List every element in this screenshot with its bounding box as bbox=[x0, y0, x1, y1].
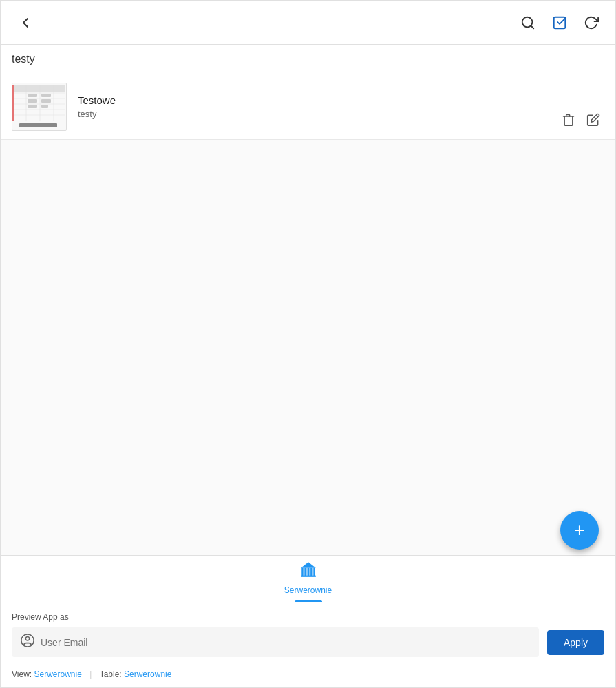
empty-area bbox=[1, 140, 615, 555]
svg-rect-17 bbox=[28, 99, 37, 103]
refresh-icon bbox=[584, 15, 599, 30]
svg-rect-4 bbox=[14, 85, 65, 92]
delete-button[interactable] bbox=[557, 109, 580, 131]
refresh-button[interactable] bbox=[578, 10, 604, 36]
svg-rect-26 bbox=[309, 567, 310, 575]
item-subtitle: testy bbox=[78, 109, 604, 119]
item-actions bbox=[557, 109, 604, 131]
header bbox=[1, 1, 615, 45]
svg-rect-23 bbox=[301, 575, 316, 576]
item-thumbnail bbox=[12, 83, 67, 131]
item-info: Testowe testy bbox=[78, 94, 604, 119]
preview-input-wrapper bbox=[12, 627, 539, 657]
edit-icon bbox=[586, 113, 600, 127]
page-title: testy bbox=[12, 53, 604, 65]
nav-item-serwerownie[interactable]: Serwerownie bbox=[268, 555, 348, 601]
svg-rect-2 bbox=[554, 17, 566, 28]
svg-rect-14 bbox=[19, 123, 57, 127]
fab-add-button[interactable]: + bbox=[560, 511, 599, 550]
edit-button[interactable] bbox=[582, 109, 604, 131]
main-content: Testowe testy bbox=[1, 74, 615, 605]
fab-plus-icon: + bbox=[574, 519, 585, 541]
svg-rect-25 bbox=[306, 567, 307, 575]
back-button[interactable] bbox=[12, 9, 39, 37]
list-item: Testowe testy bbox=[1, 74, 615, 140]
header-left bbox=[12, 9, 39, 37]
svg-marker-22 bbox=[301, 562, 316, 568]
bottom-nav: Serwerownie bbox=[1, 555, 615, 605]
nav-active-indicator bbox=[295, 600, 322, 602]
svg-rect-13 bbox=[12, 85, 14, 121]
user-circle-icon bbox=[20, 633, 35, 651]
back-icon bbox=[17, 14, 34, 31]
svg-rect-18 bbox=[41, 99, 51, 103]
item-title: Testowe bbox=[78, 94, 604, 106]
check-square-icon bbox=[552, 15, 567, 30]
table-label: Table: bbox=[100, 669, 122, 679]
search-icon bbox=[520, 15, 535, 30]
check-button[interactable] bbox=[546, 10, 573, 36]
svg-point-29 bbox=[25, 637, 30, 641]
svg-rect-15 bbox=[28, 94, 37, 97]
user-email-input[interactable] bbox=[41, 637, 531, 648]
preview-input-row: Apply bbox=[12, 627, 604, 657]
footer-separator: | bbox=[89, 669, 94, 679]
svg-rect-24 bbox=[303, 567, 304, 575]
footer-links: View: Serwerownie | Table: Serwerownie bbox=[1, 664, 615, 687]
app-container: testy bbox=[0, 0, 616, 688]
svg-rect-27 bbox=[312, 567, 313, 575]
search-button[interactable] bbox=[515, 10, 541, 36]
apply-button[interactable]: Apply bbox=[547, 630, 604, 655]
page-title-bar: testy bbox=[1, 45, 615, 74]
nav-item-label: Serwerownie bbox=[284, 585, 332, 595]
building-icon bbox=[299, 561, 317, 583]
trash-icon bbox=[562, 113, 575, 127]
svg-line-1 bbox=[531, 25, 533, 28]
table-link[interactable]: Serwerownie bbox=[124, 669, 171, 679]
svg-rect-16 bbox=[41, 94, 51, 97]
thumbnail-svg bbox=[12, 83, 66, 130]
view-link[interactable]: Serwerownie bbox=[34, 669, 81, 679]
view-label: View: bbox=[12, 669, 32, 679]
svg-rect-20 bbox=[41, 105, 48, 108]
svg-rect-19 bbox=[28, 105, 37, 108]
preview-bar: Preview App as Apply bbox=[1, 605, 615, 664]
header-actions bbox=[515, 10, 604, 36]
preview-label: Preview App as bbox=[12, 612, 604, 622]
